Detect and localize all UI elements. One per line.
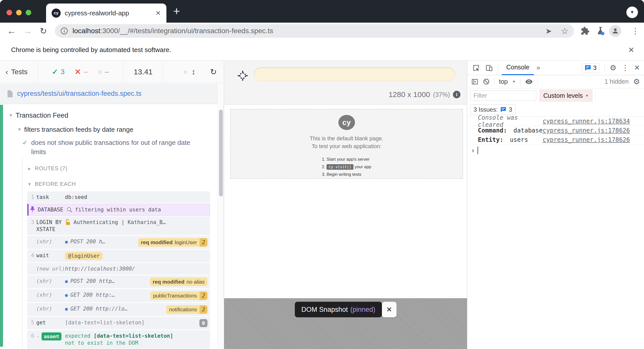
share-icon[interactable]: ➤: [545, 27, 552, 35]
issues-bar-button[interactable]: 3 Issues: 3: [470, 104, 515, 115]
console-toolbar: top ▼ 1 hidden ⚙: [467, 75, 644, 88]
site-info-icon[interactable]: [60, 27, 68, 35]
message-value: database: [514, 127, 543, 134]
new-tab-button[interactable]: +: [173, 4, 180, 18]
command-message: http://localhost:3000/: [65, 265, 135, 272]
back-to-tests-button[interactable]: ‹ Tests: [0, 61, 38, 83]
back-label: Tests: [11, 68, 27, 76]
pending-stat: ○--: [98, 68, 109, 76]
device-toolbar-icon[interactable]: [485, 64, 493, 72]
console-sidebar-icon[interactable]: [471, 78, 478, 85]
maximize-window-button[interactable]: [26, 10, 31, 15]
console-filter-row: Custom levels ▼: [467, 88, 644, 103]
console-prompt[interactable]: ›: [467, 145, 644, 154]
command-message: db:seed: [65, 194, 87, 201]
close-window-button[interactable]: [7, 10, 12, 15]
extensions-puzzle-icon[interactable]: [581, 23, 590, 39]
test-duration: 13.41: [134, 68, 153, 76]
issues-bar-count: 3: [509, 106, 512, 113]
circle-icon: ○: [98, 68, 102, 76]
devtools-close-icon[interactable]: ✕: [634, 64, 640, 72]
spec-path-link[interactable]: cypress/tests/ui/transaction-feeds.spec.…: [17, 90, 141, 98]
source-link[interactable]: cypress_runner.js:178626: [543, 127, 630, 134]
test-item[interactable]: ✓ does not show public transactions for …: [22, 138, 218, 157]
browser-menu-icon[interactable]: ⋮: [631, 23, 639, 39]
command-row-assert[interactable]: 6 - assert expected [data-test=list-skel…: [27, 330, 210, 349]
js-context-selector[interactable]: top: [499, 78, 508, 85]
tab-console[interactable]: Console: [502, 61, 534, 75]
chevron-down-icon[interactable]: ▾: [18, 125, 21, 134]
suite-filters-by-date-range[interactable]: ▾ filters transaction feeds by date rang…: [18, 125, 218, 134]
command-row-xhr-login[interactable]: (xhr) ● POST 200 h… req modifiedloginUse…: [27, 236, 210, 249]
auto-scroll-circle-icon[interactable]: ○: [184, 68, 187, 75]
console-settings-gear-icon[interactable]: ⚙: [633, 78, 640, 85]
command-row-new-url[interactable]: (new url) http://localhost:3000/: [27, 263, 210, 275]
command-row-wait[interactable]: 4 wait @loginUser: [27, 250, 210, 262]
macos-traffic-lights[interactable]: [7, 10, 31, 15]
suite-transaction-feed[interactable]: ▾ Transaction Feed: [10, 111, 218, 120]
snapshot-close-button[interactable]: ✕: [382, 302, 397, 317]
routes-section-header[interactable]: ▸ ROUTES (7): [28, 164, 218, 173]
console-message-entity[interactable]: Entity: users cypress_runner.js:178626: [467, 135, 644, 145]
minimize-window-button[interactable]: [16, 10, 22, 15]
log-levels-dropdown[interactable]: Custom levels ▼: [539, 89, 593, 102]
viewport-size: 1280 x 1000: [388, 90, 430, 99]
command-row-task[interactable]: 1 task db:seed: [27, 191, 210, 203]
hidden-messages-label[interactable]: 1 hidden: [604, 78, 629, 85]
back-button[interactable]: ←: [7, 23, 16, 39]
browser-tab[interactable]: cy cypress-realworld-app ✕: [46, 4, 166, 23]
more-tabs-icon[interactable]: »: [536, 64, 540, 72]
infobar-message: Chrome is being controlled by automated …: [11, 46, 171, 54]
clear-console-icon[interactable]: [483, 78, 490, 85]
console-message-command[interactable]: Command: database cypress_runner.js:1786…: [467, 126, 644, 135]
command-row-get[interactable]: 5 get [data-test=list-skeleton] 0: [27, 317, 210, 329]
bookmark-star-icon[interactable]: ☆: [561, 26, 568, 36]
inspect-element-icon[interactable]: [472, 64, 480, 72]
command-row-xhr-notifications[interactable]: (xhr) ● GET 200 http://lo… notifications…: [27, 303, 210, 316]
blank-page-steps: 1. Start your app's server 2. cy.visit()…: [322, 156, 371, 178]
viewport-info-icon[interactable]: i: [453, 91, 460, 98]
settings-gear-icon[interactable]: ⚙: [610, 64, 617, 72]
before-each-section-header[interactable]: ▾ BEFORE EACH: [28, 180, 218, 188]
magnifier-icon: [66, 207, 73, 213]
browser-toolbar: ← → ↻ localhost:3000/__/#/tests/integrat…: [0, 23, 644, 39]
filter-input[interactable]: [470, 91, 536, 101]
tab-search-icon[interactable]: ▼: [626, 7, 638, 18]
scrollbar-thumb[interactable]: [219, 110, 223, 196]
rerun-tests-icon[interactable]: ↻: [210, 67, 217, 77]
reporter-controls: ○ ↕ ↻: [163, 61, 224, 83]
viewport-zoom: (37%): [433, 91, 450, 98]
address-bar[interactable]: localhost:3000/__/#/tests/integration/ui…: [55, 24, 574, 38]
failed-stat: ✕--: [75, 67, 88, 76]
live-expression-eye-icon[interactable]: [525, 78, 533, 86]
selector-playground-icon[interactable]: [237, 70, 248, 82]
command-row-xhr-post[interactable]: (xhr) ● POST 200 http… req modifiedno al…: [27, 275, 210, 288]
reporter-scrollbar[interactable]: [218, 83, 224, 349]
source-link[interactable]: cypress_runner.js:178626: [543, 136, 630, 143]
spec-header: cypress/tests/ui/transaction-feeds.spec.…: [0, 83, 224, 104]
profile-avatar[interactable]: [609, 23, 621, 39]
issues-counter-button[interactable]: 3: [582, 63, 599, 72]
devtools-menu-icon[interactable]: ⋮: [622, 64, 629, 72]
console-message-cleared[interactable]: Console was cleared cypress_runner.js:17…: [467, 117, 644, 126]
command-row-xhr-public-transactions[interactable]: (xhr) ● GET 200 http:… publicTransaction…: [27, 289, 210, 302]
experiment-flask-icon[interactable]: [596, 23, 605, 39]
pin-icon: [29, 206, 36, 213]
aut-url-bar[interactable]: [254, 67, 455, 81]
tab-close-icon[interactable]: ✕: [155, 9, 161, 17]
chevron-down-icon[interactable]: ▾: [28, 180, 31, 188]
alias-badge: @loginUser: [65, 252, 103, 260]
chevron-down-icon[interactable]: ▾: [10, 111, 12, 119]
url-text[interactable]: localhost:3000/__/#/tests/integration/ui…: [73, 27, 273, 35]
reload-button[interactable]: ↻: [40, 23, 47, 39]
command-name: task: [36, 194, 65, 201]
source-link[interactable]: cypress_runner.js:178634: [543, 118, 630, 125]
scroll-updown-icon[interactable]: ↕: [192, 68, 195, 76]
infobar-close-icon[interactable]: ✕: [628, 46, 634, 54]
devtools-panel: Console » 3 ⚙ ⋮ ✕ top ▼: [467, 61, 644, 349]
forward-button[interactable]: →: [23, 23, 32, 39]
command-row-login-by-xstate[interactable]: 3 LOGIN BY XSTATE Authenticating | Katha…: [27, 216, 210, 235]
test-passed-check-icon: ✓: [22, 138, 28, 147]
chevron-right-icon[interactable]: ▸: [28, 164, 31, 173]
command-row-database-pinned[interactable]: DATABASE filtering within users data: [27, 204, 210, 216]
